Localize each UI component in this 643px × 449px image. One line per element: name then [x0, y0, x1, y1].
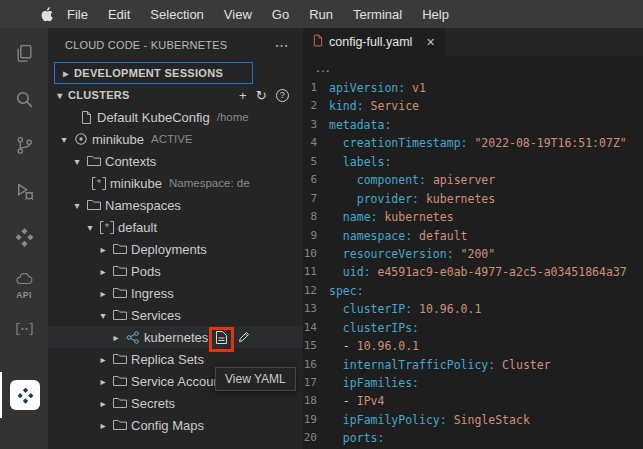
menu-bar: FileEditSelectionViewGoRunTerminalHelp [0, 0, 643, 28]
code-token: component: [357, 171, 426, 189]
yaml-file-icon [313, 34, 323, 50]
activity-bar-item-source-control[interactable] [0, 124, 48, 170]
code-line: 17 ipFamilies: [303, 374, 643, 392]
line-number: 17 [303, 374, 329, 392]
code-token: creationTimestamp: [343, 134, 468, 152]
section-development-sessions[interactable]: ▸ DEVELOPMENT SESSIONS [54, 62, 253, 84]
code-token: IPv4 [357, 392, 385, 410]
menu-item-edit[interactable]: Edit [98, 0, 140, 28]
line-number: 16 [303, 356, 329, 374]
activity-bar-item-search[interactable] [0, 78, 48, 124]
chevron-down-icon: ▾ [56, 134, 72, 145]
activity-bar-item-cloud-code[interactable] [0, 216, 48, 262]
code-token: resourceVersion: [343, 245, 454, 263]
line-number: 5 [303, 153, 329, 171]
close-tab-icon[interactable]: × [426, 35, 434, 49]
code-line: 19 ipFamilyPolicy: SingleStack [303, 411, 643, 429]
tree-item-contexts[interactable]: ▾Contexts [48, 150, 303, 172]
tree-item-services[interactable]: ▾Services [48, 304, 303, 326]
activity-bar-item-cloud-apis[interactable]: API [0, 262, 48, 308]
tree-item-label: minikube [92, 132, 144, 147]
code-token [329, 411, 343, 429]
tree-item-deployments[interactable]: ▸Deployments [48, 238, 303, 260]
chevron-down-icon: ▾ [82, 222, 98, 233]
tab-bar: config-full.yaml × [303, 28, 643, 56]
tree-item-kubernetes[interactable]: ▸kubernetes [48, 326, 303, 348]
line-number: 3 [303, 116, 329, 134]
code-token: "200" [454, 245, 496, 263]
menu-item-run[interactable]: Run [299, 0, 343, 28]
chevron-down-icon: ▾ [69, 200, 85, 211]
line-number: 12 [303, 282, 329, 300]
line-number: 18 [303, 392, 329, 410]
code-token: Service [364, 97, 419, 115]
code-token: "2022-08-19T16:51:07Z" [467, 134, 626, 152]
k8s-icon [124, 331, 142, 344]
apple-menu-icon[interactable] [40, 7, 53, 22]
tree-item-default[interactable]: ▾*default [48, 216, 303, 238]
menu-item-terminal[interactable]: Terminal [343, 0, 412, 28]
code-line: 7 provider: kubernetes [303, 190, 643, 208]
menu-item-file[interactable]: File [57, 0, 98, 28]
tree-item-label: Deployments [131, 242, 207, 257]
menu-item-help[interactable]: Help [412, 0, 459, 28]
tree-item-namespaces[interactable]: ▾Namespaces [48, 194, 303, 216]
tree-item-minikube[interactable]: *minikubeNamespace: de [48, 172, 303, 194]
code-token: kind: [329, 97, 364, 115]
tree-item-label: Default KubeConfig [97, 110, 210, 125]
code-token: kubernetes [377, 208, 453, 226]
tree-item-secrets[interactable]: ▸Secrets [48, 392, 303, 414]
activity-bar-item-run-and-debug[interactable] [0, 170, 48, 216]
code-token: kubernetes [419, 190, 495, 208]
menu-item-view[interactable]: View [214, 0, 262, 28]
chevron-right-icon: ▸ [95, 244, 111, 255]
code-line: 2kind: Service [303, 97, 643, 115]
section-label: CLUSTERS [68, 89, 130, 101]
code-token: ipFamilies: [343, 374, 419, 392]
tree-item-default-kubeconfig[interactable]: Default KubeConfig/home [48, 106, 303, 128]
code-token [329, 134, 343, 152]
code-token: uid: [343, 263, 371, 281]
code-token [329, 245, 343, 263]
more-actions-icon[interactable]: ⋯ [275, 37, 289, 53]
code-token: metadata: [329, 116, 391, 134]
tree-item-config-maps[interactable]: ▸Config Maps [48, 414, 303, 436]
refresh-icon[interactable]: ↻ [256, 89, 267, 102]
tab-config-full-yaml[interactable]: config-full.yaml × [303, 28, 445, 56]
chevron-right-icon: ▸ [95, 398, 111, 409]
code-token [329, 208, 343, 226]
activity-bar-item-explorer[interactable] [0, 32, 48, 78]
code-token [329, 374, 343, 392]
code-token: ports: [343, 429, 385, 447]
code-token: - [329, 392, 357, 410]
line-number: 6 [303, 171, 329, 189]
tree-item-ingress[interactable]: ▸Ingress [48, 282, 303, 304]
code-line: 1apiVersion: v1 [303, 79, 643, 97]
line-number: 2 [303, 97, 329, 115]
activity-bar-item-secret-manager[interactable] [0, 308, 48, 354]
code-token [329, 263, 343, 281]
folder-icon [111, 419, 129, 431]
row-actions [215, 330, 251, 345]
add-cluster-icon[interactable]: + [239, 89, 247, 102]
code-line: 12spec: [303, 282, 643, 300]
tree-item-pods[interactable]: ▸Pods [48, 260, 303, 282]
menu-item-go[interactable]: Go [262, 0, 299, 28]
view-yaml-icon[interactable] [215, 330, 228, 345]
activity-bar-item-kubernetes-explorer[interactable] [0, 372, 48, 418]
code-token: 10.96.0.1 [357, 337, 419, 355]
help-icon[interactable]: ? [276, 89, 289, 102]
sidebar: CLOUD CODE - KUBERNETES ⋯ ▸ DEVELOPMENT … [48, 28, 303, 449]
tree-item-label: default [118, 220, 157, 235]
menu-items: FileEditSelectionViewGoRunTerminalHelp [57, 0, 459, 28]
code-line: 5 labels: [303, 153, 643, 171]
tree-item-minikube[interactable]: ▾minikubeACTIVE [48, 128, 303, 150]
code-editor[interactable]: 1apiVersion: v12kind: Service3metadata:4… [303, 78, 643, 449]
section-clusters[interactable]: ▾ CLUSTERS + ↻ ? [48, 84, 303, 106]
menu-item-selection[interactable]: Selection [140, 0, 213, 28]
breadcrumb[interactable]: ... [303, 56, 643, 78]
code-token [329, 171, 357, 189]
edit-icon[interactable] [237, 330, 251, 344]
section-label: DEVELOPMENT SESSIONS [74, 67, 223, 79]
tree-item-detail: Namespace: de [169, 177, 250, 189]
